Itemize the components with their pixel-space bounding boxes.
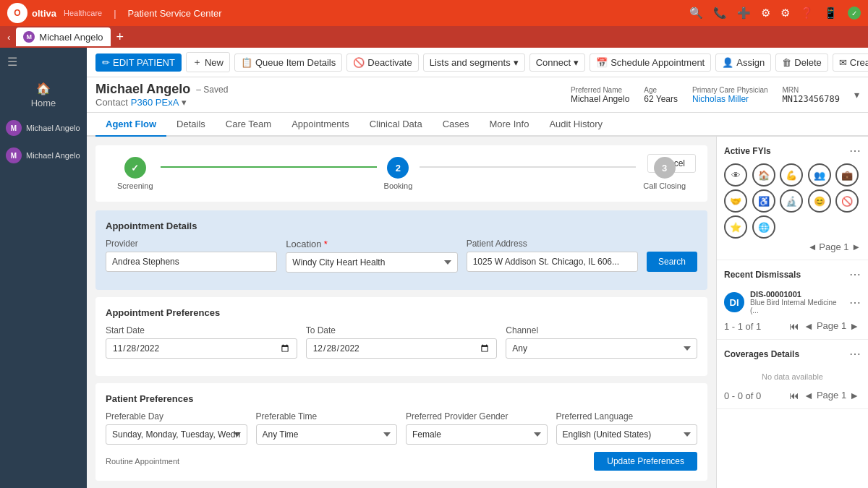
fyi-icon-home[interactable]: 🏠 bbox=[752, 163, 775, 187]
fyi-icon-microscope[interactable]: 🔬 bbox=[780, 189, 803, 213]
patient-address-input[interactable] bbox=[467, 252, 638, 272]
logo-circle: O bbox=[7, 3, 27, 23]
dismissal-item: DI DIS-00001001 Blue Bird Internal Medic… bbox=[724, 287, 861, 317]
fyi-page-nav-right[interactable]: ► bbox=[851, 241, 861, 252]
tab-clinical-data[interactable]: Clinical Data bbox=[359, 113, 433, 137]
dismissals-more-button[interactable]: ⋯ bbox=[849, 267, 861, 281]
queue-label: Queue Item Details bbox=[255, 57, 336, 68]
location-select[interactable]: Windy City Heart Health bbox=[286, 252, 457, 273]
app-title: Patient Service Center bbox=[128, 8, 222, 19]
preferable-time-select[interactable]: Any Time bbox=[256, 424, 398, 445]
start-date-input[interactable] bbox=[106, 338, 297, 359]
fyi-icon-people[interactable]: 👥 bbox=[808, 163, 831, 187]
dismissal-page-first[interactable]: ⏮ bbox=[788, 320, 801, 332]
deactivate-label: Deactivate bbox=[367, 57, 412, 68]
patient-preferences-title: Patient Preferences bbox=[106, 393, 697, 404]
expand-arrow[interactable]: ▾ bbox=[854, 89, 859, 100]
tab-nav-back[interactable]: ‹ bbox=[7, 32, 10, 43]
update-preferences-button[interactable]: Update Preferences bbox=[594, 452, 697, 471]
top-bar-right: 🔍 📞 ➕ ⚙ ⚙ ❓ 📱 ✓ bbox=[689, 7, 861, 20]
fyis-more-button[interactable]: ⋯ bbox=[849, 144, 861, 158]
channel-select[interactable]: Any bbox=[506, 338, 697, 359]
top-bar: O oltiva Healthcare | Patient Service Ce… bbox=[0, 0, 868, 26]
fyis-title: Active FYIs bbox=[724, 146, 771, 156]
edit-patient-button[interactable]: ✏ EDIT PATIENT bbox=[95, 53, 182, 72]
brand-subtitle: Healthcare bbox=[64, 9, 102, 17]
tab-agent-flow[interactable]: Agent Flow bbox=[95, 113, 166, 137]
connect-button[interactable]: Connect ▾ bbox=[529, 53, 585, 72]
tab-michael-angelo[interactable]: M Michael Angelo bbox=[16, 27, 110, 46]
dismissal-page-prev[interactable]: ◄ bbox=[802, 320, 815, 332]
create-invitation-button[interactable]: ✉ Create Invitation bbox=[833, 53, 868, 72]
settings-icon[interactable]: ⚙ bbox=[780, 7, 790, 20]
tab-care-team[interactable]: Care Team bbox=[216, 113, 281, 137]
preferred-language-select[interactable]: English (United States) bbox=[556, 424, 698, 445]
plus-icon[interactable]: ➕ bbox=[737, 7, 751, 20]
phone-icon[interactable]: 📞 bbox=[713, 7, 727, 20]
fyis-pagination[interactable]: ◄ Page 1 ► bbox=[724, 241, 861, 252]
mrn-value: MN123456789 bbox=[783, 94, 840, 104]
provider-input[interactable] bbox=[106, 252, 277, 272]
deactivate-button[interactable]: 🚫 Deactivate bbox=[346, 53, 418, 72]
filter-icon[interactable]: ⚙ bbox=[761, 7, 770, 20]
fyi-page-nav-left[interactable]: ◄ bbox=[808, 241, 817, 252]
preferable-day-select[interactable]: Sunday, Monday, Tuesday, Wedn... bbox=[106, 424, 247, 445]
schedule-appointment-button[interactable]: 📅 Schedule Appointment bbox=[590, 53, 711, 72]
fyi-icon-eye[interactable]: 👁 bbox=[724, 163, 747, 187]
progress-line-2 bbox=[420, 166, 636, 168]
coverages-page-prev[interactable]: ◄ bbox=[802, 390, 815, 401]
hamburger-menu[interactable]: ☰ bbox=[0, 48, 87, 76]
coverages-page-first[interactable]: ⏮ bbox=[788, 390, 801, 401]
search-button[interactable]: Search bbox=[647, 252, 697, 272]
contact-link[interactable]: P360 PExA bbox=[131, 97, 179, 108]
appointment-details-card: Appointment Details Provider Location * … bbox=[95, 210, 707, 290]
new-button[interactable]: ＋ New bbox=[186, 52, 230, 72]
to-date-label: To Date bbox=[306, 325, 498, 335]
invitation-icon: ✉ bbox=[839, 57, 847, 68]
search-icon[interactable]: 🔍 bbox=[689, 7, 703, 20]
to-date-input[interactable] bbox=[306, 338, 498, 359]
fyi-icon-star[interactable]: ⭐ bbox=[724, 215, 747, 239]
preferred-gender-select[interactable]: Female bbox=[406, 424, 548, 445]
fyi-icon-handshake[interactable]: 🤝 bbox=[724, 189, 747, 213]
tab-audit-history[interactable]: Audit History bbox=[539, 113, 613, 137]
main-layout: ☰ 🏠 Home M Michael Angelo M Michael Ange… bbox=[0, 48, 868, 488]
status-indicator: ✓ bbox=[848, 7, 861, 20]
call-icon[interactable]: 📱 bbox=[824, 7, 838, 20]
tab-add-button[interactable]: + bbox=[116, 30, 124, 45]
appointment-details-title: Appointment Details bbox=[106, 221, 697, 231]
coverages-header: Coverages Details ⋯ bbox=[724, 347, 861, 361]
sidebar-item-user1[interactable]: M Michael Angelo bbox=[0, 114, 87, 142]
physician-value[interactable]: Nicholas Miller bbox=[692, 94, 749, 104]
appointment-preferences-title: Appointment Preferences bbox=[106, 307, 697, 318]
coverages-page-label: Page 1 bbox=[817, 390, 846, 401]
sidebar-item-home[interactable]: 🏠 Home bbox=[0, 76, 87, 114]
tab-appointments[interactable]: Appointments bbox=[281, 113, 359, 137]
coverages-more-button[interactable]: ⋯ bbox=[849, 347, 861, 361]
dismissal-item-more[interactable]: ⋯ bbox=[849, 296, 861, 309]
coverages-pagination-btns: ⏮ ◄ Page 1 ► bbox=[788, 390, 861, 401]
home-icon: 🏠 bbox=[36, 82, 51, 95]
tab-cases[interactable]: Cases bbox=[433, 113, 480, 137]
queue-item-details-button[interactable]: 📋 Queue Item Details bbox=[234, 53, 342, 72]
coverages-page-next[interactable]: ► bbox=[848, 390, 861, 401]
queue-icon: 📋 bbox=[241, 57, 252, 68]
fyi-icon-briefcase[interactable]: 💼 bbox=[835, 163, 859, 187]
preferred-name-meta: Preferred Name Michael Angelo bbox=[571, 86, 629, 104]
patient-header: Michael Angelo – Saved Contact P360 PExA… bbox=[87, 77, 868, 113]
fyi-icon-face[interactable]: 😊 bbox=[808, 189, 831, 213]
fyi-icon-fitness[interactable]: 💪 bbox=[780, 163, 803, 187]
tab-more-info[interactable]: More Info bbox=[479, 113, 539, 137]
assign-button[interactable]: 👤 Assign bbox=[715, 53, 771, 72]
lists-segments-button[interactable]: Lists and segments ▾ bbox=[423, 53, 525, 72]
tab-details[interactable]: Details bbox=[166, 113, 216, 137]
fyi-icon-accessible[interactable]: ♿ bbox=[752, 189, 775, 213]
delete-button[interactable]: 🗑 Delete bbox=[775, 53, 828, 72]
dismissal-page-next[interactable]: ► bbox=[848, 320, 861, 332]
sidebar-item-user2[interactable]: M Michael Angelo bbox=[0, 142, 87, 169]
progress-step-booking: 2 Booking bbox=[384, 157, 413, 190]
new-label: New bbox=[205, 57, 224, 68]
fyi-icon-block[interactable]: 🚫 bbox=[835, 189, 859, 213]
help-icon[interactable]: ❓ bbox=[800, 7, 814, 20]
fyi-icon-globe[interactable]: 🌐 bbox=[752, 215, 775, 239]
